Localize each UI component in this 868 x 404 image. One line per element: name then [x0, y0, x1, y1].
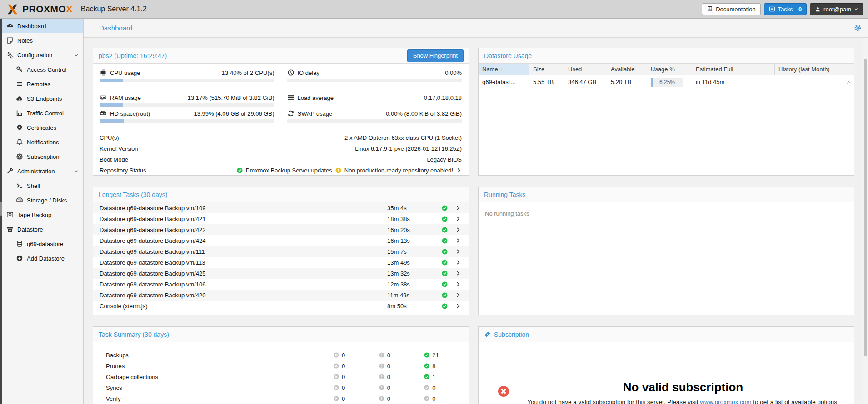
column-header-available[interactable]: Available [607, 64, 647, 75]
io-progress-bar [287, 79, 462, 82]
documentation-button[interactable]: Documentation [702, 3, 760, 15]
summary-label: Garbage collections [106, 374, 333, 380]
sidebar-item-tape-backup[interactable]: Tape Backup [2, 207, 83, 222]
sidebar: Dashboard Notes Configuration Access Con… [0, 19, 84, 404]
chevron-right-icon[interactable] [455, 205, 461, 211]
running-tasks-panel: Running Tasks No running tasks [478, 187, 854, 315]
task-row[interactable]: Datastore q69-datastore Backup vm/10612m… [93, 279, 469, 290]
sidebar-item-label: Administration [17, 168, 55, 175]
column-header-name[interactable]: Name ↑ [479, 64, 529, 75]
sidebar-item-shell[interactable]: Shell [2, 178, 83, 193]
tasks-button[interactable]: Tasks 0 [764, 3, 807, 15]
sidebar-item-datastore[interactable]: Datastore [2, 222, 83, 236]
cloud-upload-icon [16, 95, 23, 102]
chevron-right-icon[interactable] [455, 260, 461, 265]
chevron-right-icon[interactable] [455, 271, 461, 276]
tape-icon [6, 211, 14, 218]
sidebar-item-s3-endpoints[interactable]: S3 Endpoints [2, 91, 83, 106]
list-icon [16, 80, 23, 88]
hd-progress-bar [100, 119, 274, 123]
error-circle-icon [497, 384, 510, 398]
column-header-history[interactable]: History (last Month) [775, 64, 854, 75]
sidebar-item-subscription[interactable]: Subscription [2, 149, 83, 164]
sidebar-item-notifications[interactable]: Notifications [2, 135, 83, 149]
chevron-right-icon[interactable] [455, 216, 461, 222]
sidebar-item-label: Remotes [27, 81, 50, 88]
dashboard-settings-gear-icon[interactable] [854, 24, 862, 32]
sidebar-item-remotes[interactable]: Remotes [2, 77, 83, 91]
error-circle-icon [333, 352, 339, 358]
chevron-right-icon[interactable] [455, 227, 461, 232]
sidebar-item-add-datastore[interactable]: Add Datastore [2, 251, 83, 266]
wrench-icon [6, 168, 14, 175]
subscription-message: No valid subscription You do not have a … [517, 380, 849, 404]
task-row[interactable]: Datastore q69-datastore Backup vm/11115m… [93, 246, 469, 257]
stat-value: 0.00% (8.00 KiB of 3.82 GiB) [386, 110, 462, 117]
documentation-label: Documentation [716, 6, 755, 13]
chevron-right-icon[interactable] [455, 303, 461, 309]
column-header-estimated-full[interactable]: Estimated Full [692, 64, 775, 75]
sidebar-item-q69-datastore[interactable]: q69-datastore [2, 236, 83, 251]
chevron-right-icon[interactable] [455, 238, 461, 243]
running-tasks-title: Running Tasks [484, 191, 526, 198]
column-header-used[interactable]: Used [564, 64, 607, 75]
bars-icon [287, 94, 294, 101]
summary-label: Backups [106, 352, 333, 359]
chevron-right-icon[interactable] [456, 168, 462, 173]
chevron-down-icon[interactable] [74, 53, 79, 58]
sidebar-item-administration[interactable]: Administration [2, 164, 83, 178]
warning-circle-icon [379, 384, 385, 391]
proxmox-link[interactable]: www.proxmox.com [700, 399, 751, 404]
note-icon [6, 37, 14, 44]
summary-row-syncs[interactable]: Syncs 0 0 0 [93, 382, 469, 393]
hdd-icon [100, 110, 107, 117]
chevron-right-icon[interactable] [455, 281, 461, 287]
sidebar-item-configuration[interactable]: Configuration [2, 48, 83, 62]
datastore-usage-table: Name ↑ Size Used Available Usage % Estim… [479, 64, 854, 89]
cpu-progress-bar [100, 79, 274, 82]
column-header-size[interactable]: Size [529, 64, 564, 75]
chevron-right-icon[interactable] [455, 292, 461, 298]
cpu-usage-stat: CPU usage13.40% of 2 CPU(s) [100, 68, 274, 82]
task-row[interactable]: Datastore q69-datastore Backup vm/42416m… [93, 235, 469, 246]
task-row[interactable]: Datastore q69-datastore Backup vm/42011m… [93, 290, 469, 301]
task-row[interactable]: Datastore q69-datastore Backup vm/10935m… [93, 202, 469, 213]
sidebar-item-certificates[interactable]: Certificates [2, 120, 83, 135]
user-menu-button[interactable]: root@pam [810, 3, 863, 15]
chevron-right-icon[interactable] [455, 249, 461, 254]
io-delay-stat: IO delay0.00% [287, 68, 462, 82]
task-row[interactable]: Datastore q69-datastore Backup vm/42118m… [93, 213, 469, 224]
sidebar-item-notes[interactable]: Notes [2, 33, 83, 48]
ok-circle-icon [424, 352, 430, 358]
task-row[interactable]: Datastore q69-datastore Backup vm/42513m… [93, 268, 469, 279]
info-label: CPU(s) [100, 134, 119, 141]
chevron-down-icon[interactable] [74, 169, 79, 174]
task-summary-list: Backups 0 0 21 Prunes 0 0 8 Garbage coll… [93, 342, 469, 404]
summary-row-backups[interactable]: Backups 0 0 21 [93, 350, 469, 360]
task-row[interactable]: Console (xterm.js)8m 50s [93, 301, 469, 311]
sidebar-nav: Dashboard Notes Configuration Access Con… [2, 19, 83, 266]
task-row[interactable]: Datastore q69-datastore Backup vm/42216m… [93, 224, 469, 235]
cpu-info-row: CPU(s)2 x AMD Opteron 63xx class CPU (1 … [100, 132, 462, 143]
info-label: Kernel Version [100, 145, 138, 152]
tasks-icon [769, 6, 775, 12]
task-summary-panel: Task Summary (30 days) Backups 0 0 21 Pr… [93, 326, 469, 404]
summary-row-garbage-collections[interactable]: Garbage collections 0 0 1 [93, 371, 469, 382]
scrollbar-thumb[interactable] [864, 59, 867, 356]
sidebar-item-dashboard[interactable]: Dashboard [2, 19, 83, 33]
info-label: Boot Mode [100, 156, 128, 163]
summary-row-verify[interactable]: Verify 0 0 0 [93, 393, 469, 404]
show-fingerprint-button[interactable]: Show Fingerprint [407, 49, 464, 62]
sidebar-item-traffic-control[interactable]: Traffic Control [2, 106, 83, 120]
task-row[interactable]: Datastore q69-datastore Backup vm/11313m… [93, 257, 469, 268]
error-circle-icon [333, 363, 339, 369]
cell-estimated-full: in 11d 45m [692, 75, 775, 89]
sidebar-item-access-control[interactable]: Access Control [2, 62, 83, 77]
table-row[interactable]: q69-datast… 5.55 TB 346.47 GB 5.20 TB 6.… [479, 75, 854, 89]
brand-wordmark: PROXMOX [22, 4, 73, 15]
stat-value: 13.99% (4.06 GB of 29.06 GB) [194, 110, 274, 117]
sidebar-item-storage-disks[interactable]: Storage / Disks [2, 193, 83, 207]
error-circle-icon [333, 395, 339, 402]
summary-row-prunes[interactable]: Prunes 0 0 8 [93, 360, 469, 371]
column-header-usage[interactable]: Usage % [647, 64, 692, 75]
